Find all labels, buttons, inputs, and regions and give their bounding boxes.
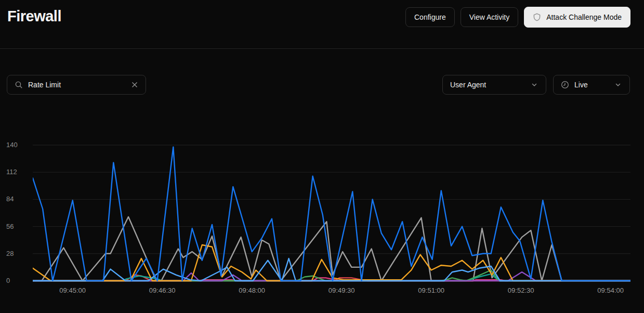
- x-axis-tick-label: 09:45:00: [59, 286, 86, 294]
- group-by-value: User Agent: [450, 81, 525, 89]
- page-title: Firewall: [7, 8, 61, 25]
- x-axis-tick-label: 09:51:00: [418, 286, 444, 294]
- search-box[interactable]: [7, 75, 146, 95]
- x-axis-tick-label: 09:49:30: [328, 286, 355, 294]
- y-axis-tick-label: 140: [6, 141, 25, 149]
- firewall-chart-svg[interactable]: [33, 140, 630, 286]
- chevron-down-icon: [530, 81, 538, 89]
- y-axis-tick-label: 56: [6, 223, 25, 231]
- header-divider: [0, 48, 644, 49]
- header-actions: Configure View Activity Attack Challenge…: [405, 7, 630, 28]
- clock-icon: [561, 81, 569, 89]
- chevron-down-icon: [614, 81, 622, 89]
- attack-challenge-mode-button[interactable]: Attack Challenge Mode: [524, 7, 630, 28]
- shield-icon: [533, 13, 541, 21]
- y-axis-tick-label: 0: [6, 277, 25, 285]
- attack-challenge-mode-label: Attack Challenge Mode: [546, 13, 622, 21]
- firewall-page: Firewall Configure View Activity Attack …: [0, 0, 644, 313]
- configure-button[interactable]: Configure: [405, 7, 455, 27]
- x-axis-tick-label: 09:46:30: [149, 286, 176, 294]
- view-activity-button-label: View Activity: [469, 13, 510, 21]
- x-axis-tick-label: 09:54:00: [597, 286, 624, 294]
- y-axis-tick-label: 28: [6, 250, 25, 258]
- x-axis-tick-label: 09:52:30: [508, 286, 534, 294]
- y-axis-tick-label: 112: [6, 168, 25, 176]
- view-activity-button[interactable]: View Activity: [461, 7, 519, 27]
- x-axis-tick-label: 09:48:00: [239, 286, 265, 294]
- y-axis-tick-label: 84: [6, 195, 25, 203]
- time-range-dropdown[interactable]: Live: [553, 75, 630, 95]
- group-by-dropdown[interactable]: User Agent: [442, 75, 546, 95]
- clear-search-icon[interactable]: [131, 81, 138, 88]
- configure-button-label: Configure: [414, 13, 446, 21]
- search-icon: [15, 81, 23, 89]
- search-input[interactable]: [28, 81, 126, 89]
- time-range-value: Live: [574, 81, 609, 89]
